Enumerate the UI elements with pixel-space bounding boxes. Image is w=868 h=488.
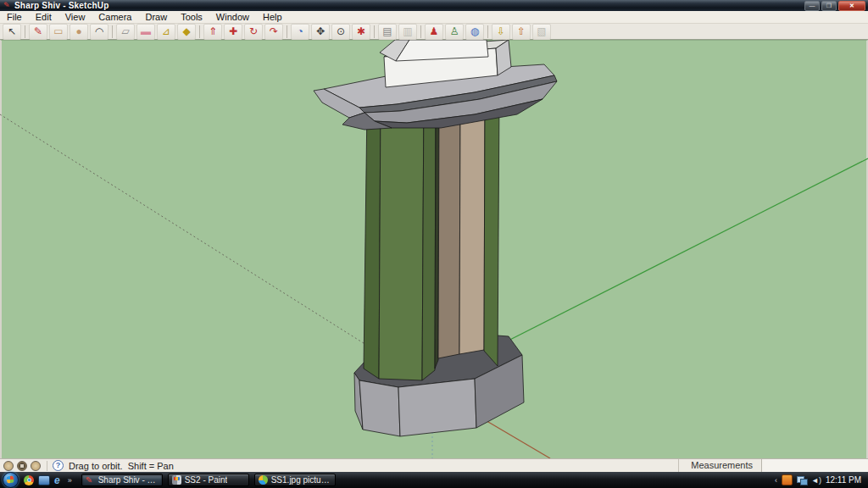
inlay-strip-right[interactable] bbox=[459, 106, 485, 354]
photobucket-task-icon bbox=[259, 475, 268, 485]
circle-tool-button[interactable]: ● bbox=[70, 24, 88, 40]
quick-launch: e » bbox=[24, 475, 75, 485]
move-tool-button[interactable]: ✚ bbox=[224, 24, 242, 40]
tray-app-icon[interactable] bbox=[782, 474, 793, 485]
arc-tool-button[interactable]: ◠ bbox=[90, 24, 108, 40]
upload-model-icon: ⇧ bbox=[517, 26, 526, 36]
position-camera-icon: ♟ bbox=[430, 26, 439, 36]
orbit-tool-button[interactable]: ◔ bbox=[291, 24, 309, 40]
rotate-tool-button[interactable]: ↻ bbox=[244, 24, 263, 40]
menu-edit[interactable]: Edit bbox=[29, 11, 58, 23]
tray-expand-chevron[interactable]: ‹ bbox=[775, 476, 777, 485]
status-bar: ? Drag to orbit. Shift = Pan Measurement… bbox=[0, 458, 868, 472]
select-icon: ↖ bbox=[8, 26, 16, 36]
pan-hand-icon: ✥ bbox=[316, 26, 325, 36]
zoom-tool-button[interactable]: ⊙ bbox=[331, 24, 350, 40]
taskbar-button-sketchup[interactable]: ✎ Sharp Shiv - SketchUp bbox=[81, 474, 163, 486]
menu-help[interactable]: Help bbox=[256, 11, 289, 23]
line-tool-button[interactable]: ✎ bbox=[29, 24, 47, 40]
toolbar-separator bbox=[374, 25, 375, 38]
get-models-button[interactable]: ⇩ bbox=[492, 24, 510, 40]
red-axis-negative-dotted bbox=[0, 114, 373, 349]
close-button[interactable]: ✕ bbox=[838, 1, 865, 11]
download-model-icon: ⇩ bbox=[497, 26, 505, 36]
measurements-area: Measurements bbox=[678, 459, 868, 472]
desktop-app-icon[interactable] bbox=[38, 475, 50, 485]
pan-tool-button[interactable]: ✥ bbox=[311, 24, 330, 40]
paint-bucket-icon: ◆ bbox=[182, 26, 190, 36]
window-titlebar[interactable]: ✎ Sharp Shiv - SketchUp — ❐ ✕ bbox=[0, 0, 868, 11]
walk-icon: ♙ bbox=[450, 26, 459, 36]
quick-launch-overflow-chevron[interactable]: » bbox=[68, 476, 72, 485]
inlay-strip-left[interactable] bbox=[438, 108, 460, 358]
taskbar-button-paint[interactable]: SS2 - Paint bbox=[168, 474, 249, 486]
previous-view-button[interactable]: ▤ bbox=[378, 24, 397, 40]
taskbar-button-browser[interactable]: SS1.jpg picture by k... bbox=[254, 474, 336, 486]
eraser-tool-button[interactable]: ▬ bbox=[136, 24, 155, 40]
component-icon: ▱ bbox=[121, 26, 129, 36]
position-camera-button[interactable]: ♟ bbox=[425, 24, 443, 40]
make-component-button[interactable]: ▱ bbox=[116, 24, 135, 40]
chrome-icon[interactable] bbox=[24, 475, 34, 485]
start-button[interactable] bbox=[3, 472, 19, 488]
menu-bar: File Edit View Camera Draw Tools Window … bbox=[0, 11, 868, 24]
pencil-icon: ✎ bbox=[34, 26, 42, 36]
geolocation-status-icon[interactable] bbox=[3, 461, 14, 471]
minimize-button[interactable]: — bbox=[804, 1, 820, 11]
next-view-icon: ▥ bbox=[403, 26, 412, 36]
menu-camera[interactable]: Camera bbox=[92, 11, 138, 23]
rotate-icon: ↻ bbox=[249, 26, 258, 36]
sword-hilt-model[interactable] bbox=[0, 40, 868, 458]
handle-facet-mid2[interactable] bbox=[422, 92, 436, 380]
move-icon: ✚ bbox=[229, 26, 237, 36]
system-tray: ‹ ◄) 12:11 PM bbox=[775, 474, 868, 485]
walk-tool-button[interactable]: ♙ bbox=[445, 24, 464, 40]
pommel-face-front[interactable] bbox=[398, 379, 476, 436]
zoom-extents-button[interactable]: ✱ bbox=[352, 24, 370, 40]
network-icon[interactable] bbox=[797, 476, 807, 485]
toolbar-separator bbox=[199, 25, 200, 38]
menu-draw[interactable]: Draw bbox=[138, 11, 174, 23]
rectangle-icon: ▭ bbox=[53, 26, 63, 36]
offset-tool-button[interactable]: ↷ bbox=[264, 24, 283, 40]
handle-facet-left[interactable] bbox=[364, 99, 381, 379]
select-tool-button[interactable]: ↖ bbox=[3, 24, 21, 40]
measurements-input[interactable] bbox=[761, 459, 868, 472]
window-title: Sharp Shiv - SketchUp bbox=[14, 1, 108, 10]
google-earth-button[interactable]: ◍ bbox=[465, 24, 484, 40]
rectangle-tool-button[interactable]: ▭ bbox=[49, 24, 68, 40]
circle-icon: ● bbox=[75, 26, 81, 36]
maximize-button[interactable]: ❐ bbox=[821, 1, 837, 11]
pommel-face-frontL[interactable] bbox=[359, 380, 400, 436]
internet-explorer-icon[interactable]: e bbox=[54, 475, 60, 485]
modeling-viewport[interactable] bbox=[0, 40, 868, 458]
sketchup-task-icon: ✎ bbox=[86, 475, 95, 485]
next-view-button[interactable]: ▥ bbox=[398, 24, 417, 40]
handle-facet-mid[interactable] bbox=[379, 94, 424, 380]
warehouse-icon: ▧ bbox=[537, 26, 546, 36]
menu-window[interactable]: Window bbox=[209, 11, 256, 23]
getting-started-toolbar: ↖ ✎ ▭ ● ◠ ▱ ▬ ⊿ ◆ ⇑ ✚ ↻ ↷ ◔ ✥ ⊙ ✱ ▤ ▥ ♟ … bbox=[0, 24, 868, 40]
toolbar-separator bbox=[112, 25, 113, 38]
paint-bucket-button[interactable]: ◆ bbox=[177, 24, 196, 40]
tape-measure-button[interactable]: ⊿ bbox=[157, 24, 175, 40]
push-pull-button[interactable]: ⇑ bbox=[203, 24, 222, 40]
windows-taskbar: e » ✎ Sharp Shiv - SketchUp SS2 - Paint … bbox=[0, 472, 868, 488]
handle-facet-right[interactable] bbox=[484, 99, 499, 366]
menu-view[interactable]: View bbox=[58, 11, 92, 23]
claim-credit-status-icon[interactable] bbox=[17, 461, 27, 471]
statusbar-divider bbox=[47, 461, 47, 471]
push-pull-icon: ⇑ bbox=[209, 26, 217, 36]
window-controls: — ❐ ✕ bbox=[804, 1, 865, 11]
warehouse-button[interactable]: ▧ bbox=[532, 24, 551, 40]
menu-tools[interactable]: Tools bbox=[174, 11, 209, 23]
clock[interactable]: 12:11 PM bbox=[826, 475, 861, 485]
windows-logo-icon bbox=[6, 475, 14, 483]
help-question-icon[interactable]: ? bbox=[53, 460, 64, 471]
sketchup-app-icon: ✎ bbox=[3, 2, 11, 9]
arc-icon: ◠ bbox=[95, 26, 103, 36]
model-info-status-icon[interactable] bbox=[31, 461, 41, 471]
share-models-button[interactable]: ⇧ bbox=[512, 24, 531, 40]
menu-file[interactable]: File bbox=[0, 11, 29, 23]
volume-icon[interactable]: ◄) bbox=[811, 476, 821, 485]
